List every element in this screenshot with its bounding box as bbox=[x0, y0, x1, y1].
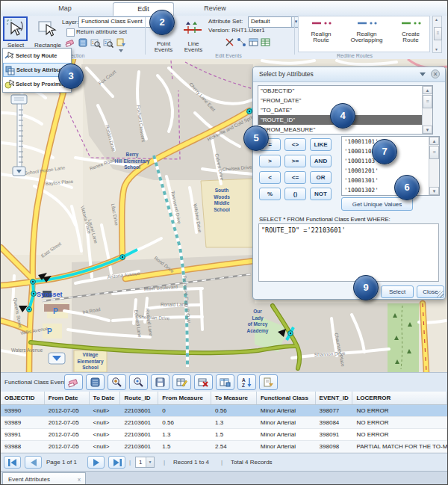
fields-list-scrollbar[interactable]: ▲▼ bbox=[422, 86, 432, 134]
zoom-to-selection-icon bbox=[111, 377, 122, 388]
operator-button-%[interactable]: % bbox=[259, 188, 281, 200]
table-row[interactable]: 939892012-07-05<null>221036010.561.3Mino… bbox=[1, 417, 447, 429]
attribute-grid-icon[interactable] bbox=[261, 37, 270, 46]
dialog-resize-grip[interactable] bbox=[437, 291, 444, 297]
attribute-set-combobox[interactable]: Default ▼ bbox=[248, 16, 301, 28]
last-page-button[interactable] bbox=[108, 456, 125, 469]
ribbon-scroll-down-icon[interactable]: ▼ bbox=[435, 47, 438, 52]
sort-records-button[interactable]: AZ bbox=[237, 374, 256, 390]
events-table-icon[interactable] bbox=[249, 37, 258, 46]
dialog-close-icon[interactable]: ✕ bbox=[431, 69, 440, 78]
select-tool-button[interactable] bbox=[3, 16, 28, 41]
values-list-scrollbar[interactable]: ▲▼ bbox=[429, 137, 439, 195]
table-cell: <null> bbox=[90, 417, 121, 428]
zoom-slider-handle[interactable] bbox=[11, 95, 27, 104]
where-clause-textarea[interactable]: "ROUTE_ID" ='22103601' bbox=[258, 223, 439, 282]
first-page-button[interactable] bbox=[4, 456, 21, 469]
operator-button-<=[interactable]: <= bbox=[284, 171, 306, 184]
selection-more-caret[interactable] bbox=[119, 49, 123, 52]
show-selected-button[interactable] bbox=[86, 374, 105, 390]
column-header-from-date[interactable]: From Date bbox=[45, 392, 90, 404]
ribbon-scroll-up-icon[interactable]: ▲ bbox=[435, 17, 438, 22]
column-header-functional-class[interactable]: Functional Class bbox=[257, 392, 316, 404]
panel-collapse-button[interactable] bbox=[49, 353, 65, 364]
callout-5: 5 bbox=[243, 126, 269, 151]
table-cell: 2012-07-05 bbox=[45, 417, 90, 428]
table-cell: 2012-07-05 bbox=[45, 405, 90, 416]
value-item[interactable]: '10001201' bbox=[342, 166, 439, 176]
svg-text:School: School bbox=[82, 365, 99, 370]
point-events-label2[interactable]: Events bbox=[149, 47, 178, 53]
value-item[interactable]: '10001301' bbox=[342, 176, 439, 185]
split-event-icon[interactable] bbox=[237, 37, 246, 46]
export-records-icon bbox=[263, 377, 274, 388]
table-cell: 1.3 bbox=[211, 417, 257, 428]
operator-button-OR[interactable]: OR bbox=[310, 171, 332, 184]
column-header-to-measure[interactable]: To Measure bbox=[211, 392, 257, 404]
tab-review[interactable]: Review bbox=[189, 2, 241, 15]
line-events-label2[interactable]: Events bbox=[180, 47, 207, 53]
callout-6: 6 bbox=[394, 175, 420, 200]
realign-overlapping-button[interactable]: Realign Overlapping bbox=[343, 18, 390, 43]
tab-map[interactable]: Map bbox=[42, 2, 88, 15]
page-number-combobox[interactable]: 1 ▼ bbox=[135, 457, 155, 468]
zoom-to-selection-button[interactable] bbox=[108, 374, 126, 390]
tab-close-icon[interactable]: x bbox=[78, 476, 81, 483]
pan-selected-icon[interactable]: 2 bbox=[103, 37, 113, 48]
export-selection-icon[interactable] bbox=[116, 37, 126, 48]
previous-page-button[interactable] bbox=[25, 456, 42, 469]
value-item[interactable]: '10001302' bbox=[342, 185, 439, 195]
column-header-objectid[interactable]: OBJECTID bbox=[1, 392, 45, 404]
svg-text:Our: Our bbox=[253, 309, 262, 314]
column-header-route_id[interactable]: Route_ID bbox=[120, 392, 158, 404]
callout-7: 7 bbox=[372, 139, 397, 164]
clear-selection-icon[interactable] bbox=[65, 37, 75, 48]
table-cell: <null> bbox=[90, 405, 121, 416]
tab-event-attributes[interactable]: Event Attributes x bbox=[2, 472, 86, 485]
return-attribute-set-checkbox[interactable] bbox=[66, 28, 75, 37]
record-range-text: Record 1 to 4 bbox=[173, 459, 209, 466]
column-header-locerror[interactable]: LOCERROR bbox=[352, 392, 447, 404]
select-button[interactable]: Select bbox=[381, 285, 414, 298]
ribbon-scrollbar[interactable]: ▲ ≡ ▼ bbox=[432, 16, 442, 53]
operator-button->=[interactable]: >= bbox=[284, 155, 306, 167]
field-item[interactable]: "OBJECTID" bbox=[258, 86, 432, 96]
dialog-menu-caret-icon[interactable] bbox=[420, 72, 426, 76]
selection-list-icon[interactable] bbox=[78, 37, 88, 48]
pan-to-selection-button[interactable] bbox=[129, 374, 148, 390]
table-row[interactable]: 939912012-07-05<null>221036011.31.5Minor… bbox=[1, 429, 447, 441]
field-properties-button[interactable] bbox=[216, 374, 234, 390]
operator-button-NOT[interactable]: NOT bbox=[310, 188, 332, 200]
rectangle-tool-button[interactable] bbox=[37, 18, 59, 40]
export-records-button[interactable] bbox=[259, 374, 278, 390]
table-cell: 398098 bbox=[316, 441, 353, 452]
column-header-from-measure[interactable]: From Measure bbox=[158, 392, 211, 404]
realign-route-button[interactable]: Realign Route bbox=[302, 18, 340, 43]
table-cell: 0 bbox=[158, 405, 211, 416]
merge-events-icon[interactable] bbox=[225, 37, 234, 46]
edit-attributes-button[interactable] bbox=[172, 374, 191, 390]
operator-button-LIKE[interactable]: LIKE bbox=[310, 138, 332, 151]
column-header-to-date[interactable]: To Date bbox=[90, 392, 121, 404]
operator-button-()[interactable]: () bbox=[284, 188, 306, 200]
page-number-caret[interactable]: ▼ bbox=[146, 457, 154, 467]
operator-button->[interactable]: > bbox=[259, 155, 281, 167]
column-header-event_id[interactable]: EVENT_ID bbox=[316, 392, 353, 404]
delete-selected-button[interactable] bbox=[194, 374, 213, 390]
menu-item-select-by-route[interactable]: Select by Route bbox=[3, 49, 71, 63]
table-row[interactable]: 939902012-07-05<null>2210360100.56Minor … bbox=[1, 405, 447, 417]
next-page-button[interactable] bbox=[87, 456, 105, 469]
operator-button-<[interactable]: < bbox=[259, 171, 281, 184]
create-route-button[interactable]: Create Route bbox=[393, 18, 429, 43]
dialog-header[interactable]: Select by Attributes ✕ bbox=[253, 67, 445, 82]
operator-button-AND[interactable]: AND bbox=[310, 155, 332, 167]
operator-button-<>[interactable]: <> bbox=[284, 138, 306, 151]
table-header-row[interactable]: OBJECTIDFrom DateTo DateRoute_IDFrom Mea… bbox=[1, 392, 447, 405]
svg-text:of Mercy: of Mercy bbox=[248, 321, 268, 327]
table-row[interactable]: 939882012-07-05<null>221036011.52.54Mino… bbox=[1, 441, 447, 453]
save-edits-button[interactable] bbox=[151, 374, 169, 390]
line-events-button[interactable] bbox=[182, 19, 205, 40]
ribbon-scroll-thumb[interactable]: ≡ bbox=[434, 27, 442, 40]
clear-selection-button[interactable] bbox=[64, 374, 83, 390]
zoom-selected-icon[interactable]: 1 bbox=[90, 37, 101, 48]
